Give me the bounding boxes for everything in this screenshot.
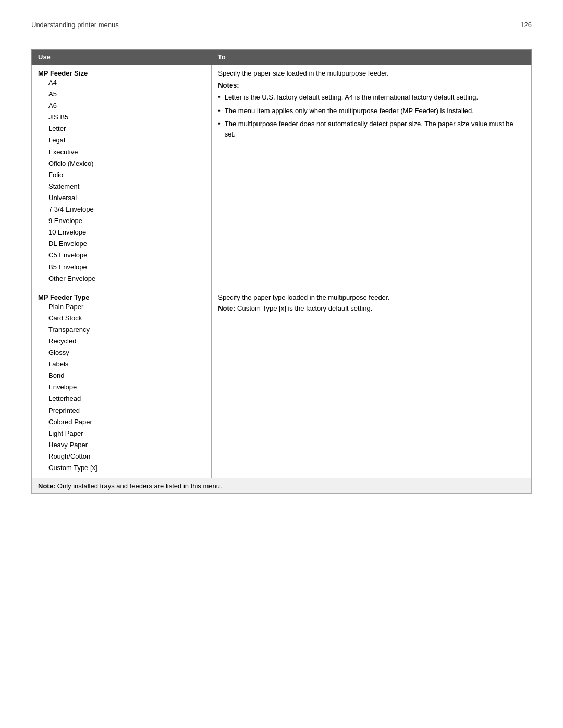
list-item: Transparency	[38, 324, 205, 336]
list-item: Universal	[38, 192, 205, 204]
col-use-header: Use	[32, 50, 212, 65]
list-item: A4	[38, 77, 205, 89]
list-item: Envelope	[38, 381, 205, 393]
list-item: Letter	[38, 123, 205, 134]
mp-feeder-size-notes: Letter is the U.S. factory default setti…	[218, 92, 525, 139]
list-item: 10 Envelope	[38, 227, 205, 238]
list-item: Letterhead	[38, 393, 205, 404]
note-item: Letter is the U.S. factory default setti…	[218, 92, 525, 103]
notes-heading: Notes:	[218, 81, 239, 89]
table-row: MP Feeder Size A4A5A6JIS B5LetterLegalEx…	[32, 65, 532, 289]
list-item: Custom Type [x]	[38, 462, 205, 474]
mp-feeder-type-items: Plain PaperCard StockTransparencyRecycle…	[38, 301, 205, 474]
list-item: Folio	[38, 169, 205, 181]
list-item: Recycled	[38, 336, 205, 347]
note-inline-label: Note:	[218, 304, 237, 312]
page-number: 126	[520, 21, 532, 29]
list-item: Card Stock	[38, 313, 205, 324]
list-item: Light Paper	[38, 428, 205, 439]
list-item: Oficio (Mexico)	[38, 158, 205, 169]
col-to-header: To	[212, 50, 532, 65]
mp-feeder-type-use-cell: MP Feeder Type Plain PaperCard StockTran…	[32, 289, 212, 478]
mp-feeder-size-label: MP Feeder Size	[38, 69, 205, 77]
mp-feeder-type-description: Specify the paper type loaded in the mul…	[218, 293, 525, 301]
mp-feeder-type-label: MP Feeder Type	[38, 293, 205, 301]
note-item: The menu item applies only when the mult…	[218, 106, 525, 116]
list-item: A5	[38, 89, 205, 100]
list-item: Glossy	[38, 347, 205, 359]
list-item: Labels	[38, 359, 205, 370]
table-row: MP Feeder Type Plain PaperCard StockTran…	[32, 289, 532, 478]
list-item: Bond	[38, 370, 205, 381]
list-item: Heavy Paper	[38, 439, 205, 451]
list-item: JIS B5	[38, 112, 205, 123]
mp-feeder-size-description: Specify the paper size loaded in the mul…	[218, 69, 525, 77]
list-item: Legal	[38, 134, 205, 146]
mp-feeder-size-use-cell: MP Feeder Size A4A5A6JIS B5LetterLegalEx…	[32, 65, 212, 289]
list-item: A6	[38, 100, 205, 112]
list-item: Plain Paper	[38, 301, 205, 313]
mp-feeder-type-to-cell: Specify the paper type loaded in the mul…	[212, 289, 532, 478]
footer-note-bold: Note:	[38, 482, 55, 490]
page-header: Understanding printer menus 126	[31, 21, 532, 33]
list-item: B5 Envelope	[38, 262, 205, 273]
footer-note-row: Note: Only installed trays and feeders a…	[32, 478, 532, 494]
note-inline-text: Custom Type [x] is the factory default s…	[237, 304, 372, 312]
list-item: Rough/Cotton	[38, 451, 205, 462]
list-item: Colored Paper	[38, 416, 205, 428]
note-item: The multipurpose feeder does not automat…	[218, 119, 525, 139]
list-item: Statement	[38, 181, 205, 192]
list-item: C5 Envelope	[38, 250, 205, 261]
list-item: DL Envelope	[38, 238, 205, 250]
footer-note-text: Only installed trays and feeders are lis…	[57, 482, 222, 490]
page-header-title: Understanding printer menus	[31, 21, 119, 29]
mp-feeder-size-to-cell: Specify the paper size loaded in the mul…	[212, 65, 532, 289]
list-item: Preprinted	[38, 405, 205, 416]
footer-note-cell: Note: Only installed trays and feeders a…	[32, 478, 532, 494]
list-item: Executive	[38, 146, 205, 158]
list-item: 7 3/4 Envelope	[38, 204, 205, 215]
list-item: Other Envelope	[38, 273, 205, 285]
list-item: 9 Envelope	[38, 215, 205, 227]
mp-feeder-size-items: A4A5A6JIS B5LetterLegalExecutiveOficio (…	[38, 77, 205, 285]
mp-feeder-type-note: Note: Custom Type [x] is the factory def…	[218, 304, 525, 312]
main-table: Use To MP Feeder Size A4A5A6JIS B5Letter…	[31, 49, 532, 494]
